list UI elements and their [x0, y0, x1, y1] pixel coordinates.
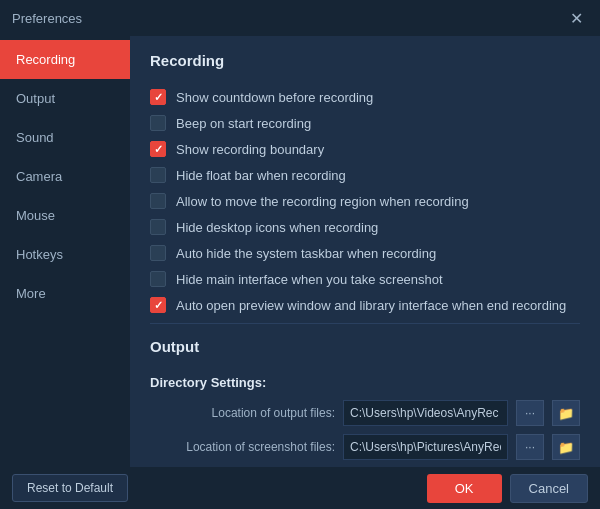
reset-button[interactable]: Reset to Default	[12, 474, 128, 502]
preferences-window: Preferences ✕ Recording Output Sound Cam…	[0, 0, 600, 509]
checkbox-maininterface[interactable]	[150, 271, 166, 287]
sidebar: Recording Output Sound Camera Mouse Hotk…	[0, 36, 130, 467]
screenshot-files-input[interactable]	[343, 434, 508, 460]
checkbox-label-countdown: Show countdown before recording	[176, 90, 373, 105]
sidebar-item-more[interactable]: More	[0, 274, 130, 313]
checkbox-label-beep: Beep on start recording	[176, 116, 311, 131]
footer: Reset to Default OK Cancel	[0, 467, 600, 509]
output-section-title: Output	[150, 338, 580, 361]
checkbox-desktopicons[interactable]	[150, 219, 166, 235]
checkbox-label-floatbar: Hide float bar when recording	[176, 168, 346, 183]
main-content: Recording Output Sound Camera Mouse Hotk…	[0, 36, 600, 467]
checkbox-boundary[interactable]	[150, 141, 166, 157]
screenshot-files-row: Location of screenshot files: ··· 📁	[150, 434, 580, 460]
output-files-dots-button[interactable]: ···	[516, 400, 544, 426]
close-button[interactable]: ✕	[564, 6, 588, 30]
checkbox-row-maininterface: Hide main interface when you take screen…	[150, 271, 580, 287]
window-title: Preferences	[12, 11, 82, 26]
screenshot-files-label: Location of screenshot files:	[150, 440, 335, 454]
directory-settings-title: Directory Settings:	[150, 375, 580, 390]
sidebar-item-recording[interactable]: Recording	[0, 40, 130, 79]
sidebar-item-sound[interactable]: Sound	[0, 118, 130, 157]
checkbox-label-taskbar: Auto hide the system taskbar when record…	[176, 246, 436, 261]
content-area: Recording Show countdown before recordin…	[130, 36, 600, 467]
checkbox-beep[interactable]	[150, 115, 166, 131]
cancel-button[interactable]: Cancel	[510, 474, 588, 503]
footer-left: Reset to Default	[12, 474, 128, 502]
section-divider	[150, 323, 580, 324]
sidebar-item-output[interactable]: Output	[0, 79, 130, 118]
checkbox-row-autoopen: Auto open preview window and library int…	[150, 297, 580, 313]
ok-button[interactable]: OK	[427, 474, 502, 503]
output-files-folder-button[interactable]: 📁	[552, 400, 580, 426]
sidebar-item-camera[interactable]: Camera	[0, 157, 130, 196]
checkbox-row-taskbar: Auto hide the system taskbar when record…	[150, 245, 580, 261]
checkbox-row-moveregion: Allow to move the recording region when …	[150, 193, 580, 209]
sidebar-item-mouse[interactable]: Mouse	[0, 196, 130, 235]
checkbox-label-desktopicons: Hide desktop icons when recording	[176, 220, 378, 235]
output-files-input[interactable]	[343, 400, 508, 426]
checkbox-row-beep: Beep on start recording	[150, 115, 580, 131]
checkbox-floatbar[interactable]	[150, 167, 166, 183]
folder-icon: 📁	[558, 406, 574, 421]
checkbox-label-maininterface: Hide main interface when you take screen…	[176, 272, 443, 287]
checkbox-label-autoopen: Auto open preview window and library int…	[176, 298, 566, 313]
checkbox-label-moveregion: Allow to move the recording region when …	[176, 194, 469, 209]
screenshot-files-dots-button[interactable]: ···	[516, 434, 544, 460]
checkbox-row-desktopicons: Hide desktop icons when recording	[150, 219, 580, 235]
screenshot-files-folder-button[interactable]: 📁	[552, 434, 580, 460]
checkbox-row-countdown: Show countdown before recording	[150, 89, 580, 105]
checkbox-moveregion[interactable]	[150, 193, 166, 209]
sidebar-item-hotkeys[interactable]: Hotkeys	[0, 235, 130, 274]
folder-icon-2: 📁	[558, 440, 574, 455]
output-files-row: Location of output files: ··· 📁	[150, 400, 580, 426]
output-section: Output Directory Settings: Location of o…	[150, 338, 580, 467]
checkbox-label-boundary: Show recording boundary	[176, 142, 324, 157]
title-bar: Preferences ✕	[0, 0, 600, 36]
footer-right: OK Cancel	[427, 474, 588, 503]
checkbox-countdown[interactable]	[150, 89, 166, 105]
checkbox-taskbar[interactable]	[150, 245, 166, 261]
checkbox-row-boundary: Show recording boundary	[150, 141, 580, 157]
recording-section-title: Recording	[150, 52, 580, 75]
checkbox-row-floatbar: Hide float bar when recording	[150, 167, 580, 183]
checkbox-autoopen[interactable]	[150, 297, 166, 313]
output-files-label: Location of output files:	[150, 406, 335, 420]
